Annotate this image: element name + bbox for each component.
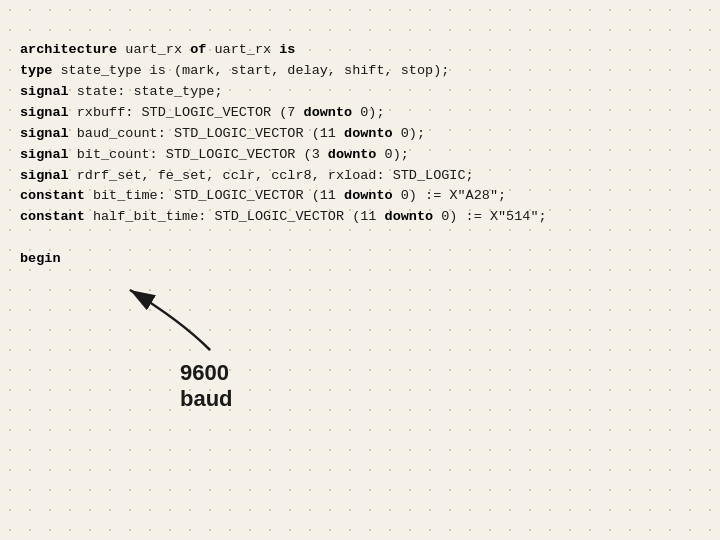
keyword-downto-1: downto [304, 105, 353, 120]
code-line-4: signal rxbuff: STD_LOGIC_VECTOR (7 downt… [20, 103, 547, 124]
keyword-signal-5: signal [20, 168, 69, 183]
keyword-is: is [279, 42, 295, 57]
code-line-1: architecture uart_rx of uart_rx is [20, 40, 547, 61]
code-line-2: type state_type is (mark, start, delay, … [20, 61, 547, 82]
code-line-10 [20, 228, 547, 249]
keyword-architecture: architecture [20, 42, 117, 57]
keyword-downto-2: downto [344, 126, 393, 141]
annotation-arrow [100, 270, 260, 370]
code-line-8: constant bit_time: STD_LOGIC_VECTOR (11 … [20, 186, 547, 207]
code-line-9: constant half_bit_time: STD_LOGIC_VECTOR… [20, 207, 547, 228]
code-line-6: signal bit_count: STD_LOGIC_VECTOR (3 do… [20, 145, 547, 166]
code-line-5: signal baud_count: STD_LOGIC_VECTOR (11 … [20, 124, 547, 145]
keyword-begin: begin [20, 251, 61, 266]
keyword-downto-4: downto [344, 188, 393, 203]
keyword-downto-5: downto [385, 209, 434, 224]
code-line-7: signal rdrf_set, fe_set, cclr, cclr8, rx… [20, 166, 547, 187]
keyword-signal-1: signal [20, 84, 69, 99]
code-line-11: begin [20, 249, 547, 270]
keyword-signal-4: signal [20, 147, 69, 162]
keyword-of: of [190, 42, 206, 57]
code-block: architecture uart_rx of uart_rx is type … [20, 40, 547, 270]
keyword-signal-3: signal [20, 126, 69, 141]
keyword-constant-1: constant [20, 188, 85, 203]
keyword-type: type [20, 63, 52, 78]
code-line-3: signal state: state_type; [20, 82, 547, 103]
keyword-signal-2: signal [20, 105, 69, 120]
annotation-label: 9600 baud [180, 360, 233, 412]
keyword-constant-2: constant [20, 209, 85, 224]
keyword-downto-3: downto [328, 147, 377, 162]
